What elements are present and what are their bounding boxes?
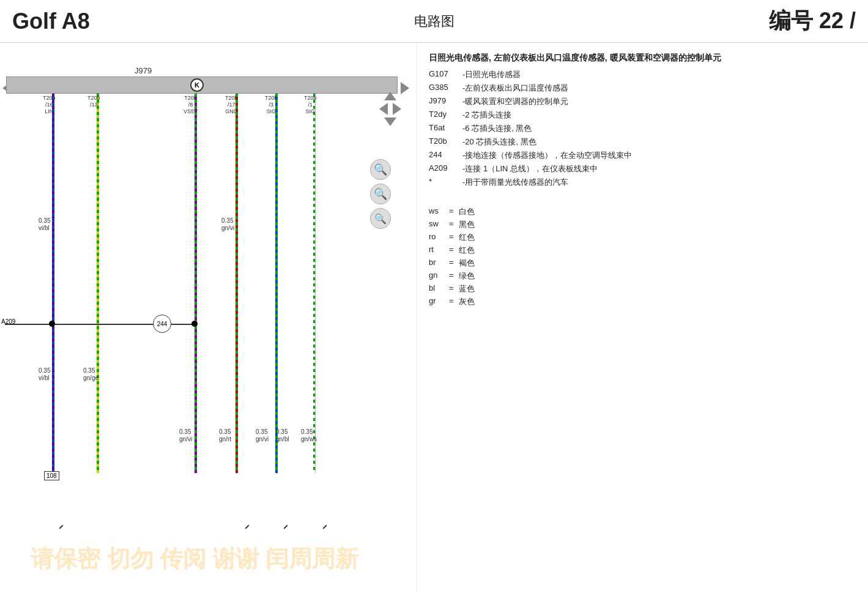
- color-name: 褐色: [459, 258, 475, 269]
- zoom-fit-btn[interactable]: 🔍: [370, 159, 391, 180]
- tick-w3: [59, 524, 63, 529]
- color-sign: =: [449, 206, 454, 217]
- wire1-label: T20b/16LIN: [43, 95, 56, 114]
- info-code: *: [429, 177, 456, 186]
- nav-down[interactable]: [384, 117, 396, 126]
- color-item: gn=绿色: [429, 270, 856, 282]
- dot-a209-wire1: [49, 321, 55, 327]
- color-item: rt=红色: [429, 245, 856, 256]
- color-sign: =: [449, 296, 454, 307]
- info-item: T2dy-2 芯插头连接: [429, 110, 856, 121]
- wire6-label: T20b/1SIG: [304, 95, 317, 114]
- info-desc: -6 芯插头连接, 黑色: [462, 123, 856, 134]
- info-item: T20b-20 芯插头连接, 黑色: [429, 136, 856, 147]
- color-code: sw: [429, 219, 444, 230]
- page-type: 电路图: [135, 12, 733, 31]
- watermark: 请保密 切勿 传阅 谢谢 闰周周新: [31, 543, 358, 575]
- color-code: ws: [429, 206, 444, 217]
- color-code: ro: [429, 232, 444, 243]
- header: Golf A8 电路图 编号 22 /: [0, 0, 868, 43]
- info-desc: -日照光电传感器: [462, 69, 856, 80]
- color-item: bl=蓝色: [429, 283, 856, 294]
- wlabel-gn-vi-1: 0.35gn/vi: [221, 217, 234, 232]
- info-code: T2dy: [429, 110, 456, 119]
- color-name: 黑色: [459, 219, 475, 230]
- nav-left[interactable]: [379, 103, 388, 115]
- zoom-in-btn[interactable]: 🔍: [370, 184, 391, 204]
- info-item: T6at-6 芯插头连接, 黑色: [429, 123, 856, 134]
- bus-bar: K: [6, 76, 398, 94]
- color-item: ws=白色: [429, 206, 856, 217]
- info-desc: -2 芯插头连接: [462, 110, 856, 121]
- info-item: 244-接地连接（传感器接地），在全动空调导线束中: [429, 150, 856, 161]
- bus-k-circle: K: [190, 78, 204, 92]
- right-bus-arrow: [401, 82, 409, 94]
- box-108: 108: [44, 471, 59, 480]
- info-desc: -左前仪表板出风口温度传感器: [462, 83, 856, 94]
- info-item: A209-连接 1（LIN 总线），在仪表板线束中: [429, 163, 856, 174]
- wlabel-gn-vi-3: 0.35gn/vi: [256, 428, 269, 443]
- color-legend: ws=白色sw=黑色ro=红色rt=红色br=褐色gn=绿色bl=蓝色gr=灰色: [429, 206, 856, 307]
- wire-3: [195, 94, 197, 473]
- color-name: 蓝色: [459, 283, 475, 294]
- info-desc: -连接 1（LIN 总线），在仪表板线束中: [462, 163, 856, 174]
- color-code: bl: [429, 283, 444, 294]
- wire-2: [97, 94, 99, 473]
- info-desc: -接地连接（传感器接地），在全动空调导线束中: [462, 150, 856, 161]
- color-name: 红色: [459, 232, 475, 243]
- wire-6: [313, 94, 316, 473]
- color-rows: ws=白色sw=黑色ro=红色rt=红色br=褐色gn=绿色bl=蓝色gr=灰色: [429, 206, 856, 307]
- color-sign: =: [449, 245, 454, 256]
- info-desc: -暖风装置和空调器的控制单元: [462, 96, 856, 107]
- zoom-out-btn[interactable]: 🔍: [370, 208, 391, 229]
- nav-right[interactable]: [393, 103, 401, 115]
- color-sign: =: [449, 219, 454, 230]
- wlabel-gn-rt: 0.35gn/rt: [219, 428, 231, 443]
- nav-lr-row: [379, 103, 401, 115]
- wlabel-gn-vi-2: 0.35gn/vi: [179, 428, 192, 443]
- color-code: br: [429, 258, 444, 269]
- wlabel-vi-bl-2: 0.35vi/bl: [39, 367, 50, 382]
- a209-label: A209: [1, 318, 15, 325]
- info-panel: 日照光电传感器, 左前仪表板出风口温度传感器, 暖风装置和空调器的控制单元 G1…: [416, 43, 868, 593]
- color-sign: =: [449, 270, 454, 282]
- info-title: 日照光电传感器, 左前仪表板出风口温度传感器, 暖风装置和空调器的控制单元: [429, 52, 856, 64]
- wire-1: [52, 94, 54, 473]
- color-sign: =: [449, 283, 454, 294]
- color-name: 红色: [459, 245, 475, 256]
- color-sign: =: [449, 232, 454, 243]
- color-item: ro=红色: [429, 232, 856, 243]
- wlabel-vi-bl-1: 0.35vi/bl: [39, 217, 50, 232]
- circuit-diagram: J979 K T20b/16LIN T20b/13 T20b/8VS5V T20…: [0, 43, 416, 593]
- tick-w4: [245, 524, 249, 529]
- wire-4: [236, 94, 238, 473]
- color-code: gn: [429, 270, 444, 282]
- main-content: J979 K T20b/16LIN T20b/13 T20b/8VS5V T20…: [0, 43, 868, 593]
- info-desc: -20 芯插头连接, 黑色: [462, 136, 856, 147]
- ground-244: 244: [153, 315, 171, 333]
- color-item: sw=黑色: [429, 219, 856, 230]
- color-item: gr=灰色: [429, 296, 856, 307]
- tick-w5: [283, 524, 287, 529]
- dot-244-wire3: [191, 321, 198, 327]
- wire2-label: T20b/13: [87, 95, 100, 108]
- info-desc: -用于带雨量光线传感器的汽车: [462, 177, 856, 188]
- zoom-controls: 🔍 🔍 🔍: [370, 159, 391, 229]
- color-name: 灰色: [459, 296, 475, 307]
- info-item: G385-左前仪表板出风口温度传感器: [429, 83, 856, 94]
- nav-up[interactable]: [384, 92, 396, 100]
- j979-label: J979: [135, 66, 152, 75]
- color-sign: =: [449, 258, 454, 269]
- wire-5: [275, 94, 278, 473]
- info-code: 244: [429, 150, 456, 159]
- info-item: J979-暖风装置和空调器的控制单元: [429, 96, 856, 107]
- info-code: T20b: [429, 136, 456, 146]
- color-name: 绿色: [459, 270, 475, 282]
- info-item: *-用于带雨量光线传感器的汽车: [429, 177, 856, 188]
- wlabel-gn-ge: 0.35gn/ge: [83, 367, 98, 382]
- color-code: gr: [429, 296, 444, 307]
- tick-w6: [322, 524, 327, 529]
- color-code: rt: [429, 245, 444, 256]
- info-code: G385: [429, 83, 456, 92]
- wire3-label: T20b/8VS5V: [184, 95, 198, 114]
